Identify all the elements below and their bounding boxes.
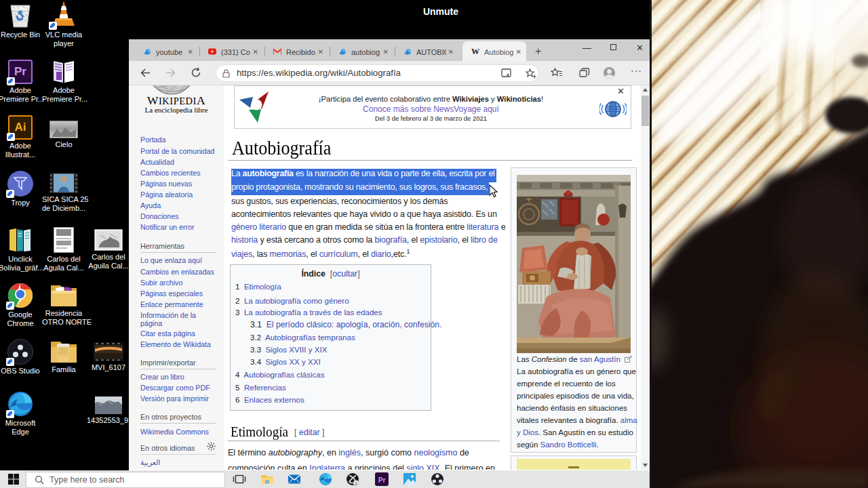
svg-text:Pr: Pr <box>378 476 386 484</box>
